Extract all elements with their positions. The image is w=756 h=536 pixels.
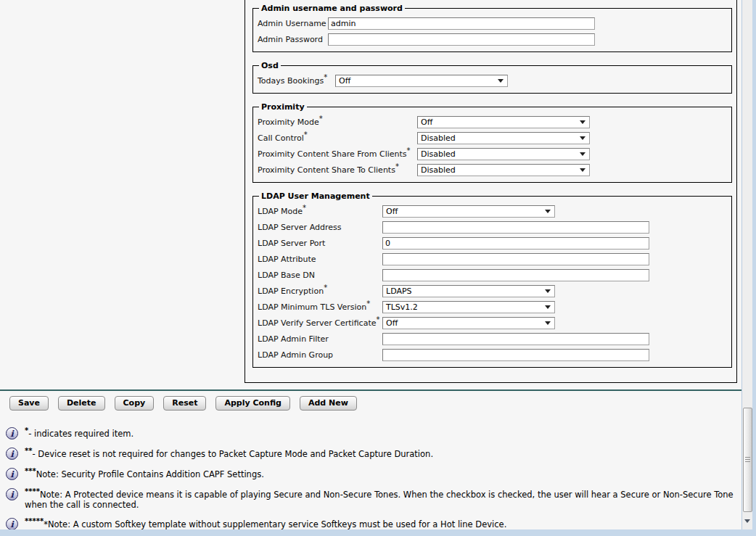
chevron-down-icon (580, 136, 586, 140)
scrollbar-down-button[interactable] (742, 515, 752, 527)
copy-button[interactable]: Copy (115, 396, 155, 411)
selected-value: Off (339, 76, 350, 86)
chevron-down-icon (545, 321, 551, 325)
form-row: Call Control*Disabled (258, 132, 727, 144)
form-row: LDAP Verify Server Certificate*Off (258, 317, 727, 329)
field-label: LDAP Attribute (258, 255, 382, 264)
scrollbar-thumb[interactable] (743, 408, 752, 512)
form-row: LDAP Mode*Off (258, 205, 727, 218)
info-icon: i (6, 427, 18, 440)
ldap-attribute-input[interactable] (382, 253, 649, 265)
add-new-button[interactable]: Add New (300, 396, 357, 411)
save-button[interactable]: Save (9, 396, 49, 411)
section-legend: Proximity (259, 102, 307, 112)
form-row: Todays Bookings*Off (258, 75, 727, 87)
note-text: *- indicates required item. (25, 427, 133, 439)
note-item: i****Note: A Protected device means it i… (6, 488, 739, 510)
chevron-down-icon (498, 79, 504, 83)
call-control-select[interactable]: Disabled (417, 132, 590, 144)
field-label: Call Control* (258, 133, 417, 143)
form-row: Admin Password (258, 33, 727, 46)
note-item: i*- indicates required item. (6, 427, 739, 440)
notes-list: i*- indicates required item.i**- Device … (6, 427, 739, 536)
selected-value: Disabled (421, 133, 456, 143)
section-legend: Admin username and password (259, 4, 405, 13)
selected-value: LDAPS (386, 286, 412, 296)
ldap-minimum-tls-version-select[interactable]: TLSv1.2 (382, 301, 555, 313)
form-row: LDAP Server Port (258, 237, 727, 250)
scrollbar-grip-icon (745, 457, 750, 463)
field-label: Admin Username (258, 19, 328, 28)
ldap-admin-filter-input[interactable] (382, 333, 649, 345)
info-icon: i (6, 448, 18, 460)
chevron-down-icon (545, 210, 551, 213)
chevron-down-icon (545, 305, 551, 309)
reset-button[interactable]: Reset (163, 396, 206, 411)
window-edge-right (752, 0, 756, 536)
field-label: LDAP Verify Server Certificate* (258, 318, 382, 328)
ldap-verify-server-certificate-select[interactable]: Off (382, 317, 555, 329)
selected-value: TLSv1.2 (386, 302, 418, 312)
field-label: LDAP Encryption* (258, 286, 382, 296)
selected-value: Off (386, 318, 398, 328)
form-row: Admin Username (258, 17, 727, 30)
proximity-content-share-to-clients-select[interactable]: Disabled (417, 164, 590, 176)
section-proximity: ProximityProximity Mode*OffCall Control*… (252, 102, 732, 183)
field-label: LDAP Base DN (258, 271, 382, 280)
ldap-admin-group-input[interactable] (382, 349, 649, 361)
form-row: LDAP Encryption*LDAPS (258, 285, 727, 297)
admin-username-input[interactable] (328, 17, 595, 30)
field-label: LDAP Mode* (258, 207, 382, 216)
form-row: LDAP Base DN (258, 269, 727, 281)
selected-value: Disabled (421, 165, 456, 175)
ldap-mode-select[interactable]: Off (382, 205, 555, 218)
field-label: Admin Password (258, 35, 328, 44)
note-text: ***Note: Security Profile Contains Addit… (25, 468, 264, 479)
field-label: Proximity Mode* (258, 117, 417, 127)
note-item: i***Note: Security Profile Contains Addi… (6, 468, 739, 480)
field-label: Proximity Content Share From Clients* (258, 149, 417, 159)
info-icon: i (6, 488, 18, 500)
ldap-server-port-input[interactable] (382, 237, 649, 250)
admin-password-input[interactable] (328, 33, 595, 46)
chevron-down-icon (580, 152, 586, 156)
note-text: **- Device reset is not required for cha… (25, 448, 433, 459)
proximity-content-share-from-clients-select[interactable]: Disabled (417, 148, 590, 160)
chevron-down-icon (545, 289, 551, 293)
arrow-down-icon (744, 519, 750, 523)
todays-bookings-select[interactable]: Off (335, 75, 508, 87)
separator-line (0, 389, 741, 391)
ldap-base-dn-input[interactable] (382, 269, 649, 281)
note-text: ****Note: A Protected device means it is… (25, 488, 739, 510)
note-item: i******Note: A custom Softkey template w… (6, 518, 739, 530)
form-row: LDAP Admin Filter (258, 333, 727, 345)
form-row: LDAP Server Address (258, 221, 727, 234)
ldap-server-address-input[interactable] (382, 221, 649, 234)
delete-button[interactable]: Delete (58, 396, 105, 411)
toolbar: SaveDeleteCopyResetApply ConfigAdd New (9, 396, 357, 411)
form-row: LDAP Minimum TLS Version*TLSv1.2 (258, 301, 727, 313)
window-edge-bottom (0, 529, 756, 536)
field-label: LDAP Server Address (258, 223, 382, 232)
field-label: LDAP Admin Filter (258, 334, 382, 344)
selected-value: Off (421, 117, 432, 127)
selected-value: Off (386, 207, 398, 216)
field-label: LDAP Server Port (258, 239, 382, 248)
note-text: ******Note: A custom Softkey template wi… (25, 518, 506, 529)
section-admin-username-and-password: Admin username and passwordAdmin Usernam… (252, 4, 732, 52)
form-row: Proximity Mode*Off (258, 116, 727, 128)
section-osd: OsdTodays Bookings*Off (252, 61, 732, 94)
ldap-encryption-select[interactable]: LDAPS (382, 285, 555, 297)
field-label: LDAP Minimum TLS Version* (258, 302, 382, 312)
section-legend: LDAP User Management (259, 191, 372, 201)
form-row: Proximity Content Share To Clients*Disab… (258, 164, 727, 176)
apply-config-button[interactable]: Apply Config (215, 396, 290, 411)
proximity-mode-select[interactable]: Off (417, 116, 590, 128)
field-label: Todays Bookings* (258, 76, 335, 86)
form-row: LDAP Attribute (258, 253, 727, 265)
form-panel: Admin username and passwordAdmin Usernam… (245, 0, 737, 383)
chevron-down-icon (580, 168, 586, 172)
field-label: LDAP Admin Group (258, 350, 382, 360)
note-item: i**- Device reset is not required for ch… (6, 448, 739, 460)
chevron-down-icon (580, 120, 586, 124)
